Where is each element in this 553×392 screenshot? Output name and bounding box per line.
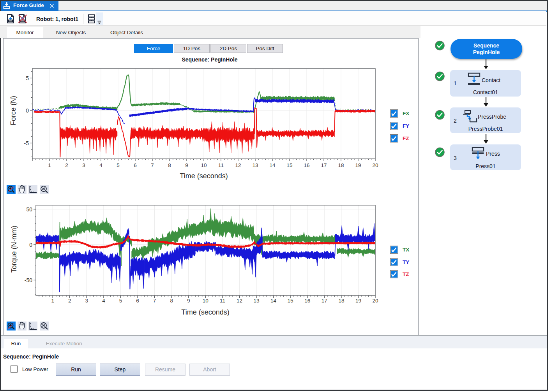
- svg-text:2: 2: [65, 162, 68, 168]
- svg-text:18: 18: [338, 162, 344, 168]
- svg-text:0: 0: [29, 242, 32, 248]
- svg-text:17: 17: [322, 298, 327, 304]
- svg-text:10: 10: [203, 298, 208, 304]
- svg-text:1: 1: [48, 162, 51, 168]
- svg-text:0: 0: [26, 107, 29, 114]
- svg-text:-50: -50: [25, 277, 32, 283]
- svg-text:8: 8: [168, 162, 171, 168]
- svg-text:3: 3: [82, 162, 85, 168]
- svg-text:-5: -5: [24, 140, 29, 146]
- svg-text:8: 8: [170, 298, 173, 304]
- svg-text:5: 5: [119, 298, 122, 304]
- svg-text:20: 20: [372, 298, 378, 304]
- svg-text:Time (seconds): Time (seconds): [180, 172, 228, 180]
- svg-text:7: 7: [151, 162, 154, 168]
- svg-text:9: 9: [185, 162, 188, 168]
- svg-text:4: 4: [102, 298, 105, 304]
- svg-text:13: 13: [252, 162, 258, 168]
- svg-text:2: 2: [68, 298, 71, 304]
- svg-text:13: 13: [253, 298, 259, 304]
- svg-text:14: 14: [270, 298, 277, 304]
- svg-text:19: 19: [355, 298, 361, 304]
- svg-text:19: 19: [355, 162, 361, 168]
- svg-text:12: 12: [237, 298, 242, 304]
- svg-text:6: 6: [136, 298, 139, 304]
- svg-text:16: 16: [304, 162, 309, 168]
- svg-text:7: 7: [153, 298, 156, 304]
- svg-text:Force (N): Force (N): [9, 96, 17, 125]
- svg-text:15: 15: [286, 162, 292, 168]
- svg-text:4: 4: [99, 162, 102, 168]
- svg-text:3: 3: [85, 298, 88, 304]
- svg-text:20: 20: [372, 162, 378, 168]
- svg-text:12: 12: [235, 162, 241, 168]
- svg-text:5: 5: [26, 75, 29, 81]
- svg-text:18: 18: [338, 298, 344, 304]
- svg-text:15: 15: [288, 298, 293, 304]
- svg-text:11: 11: [220, 298, 225, 304]
- svg-text:10: 10: [201, 162, 207, 168]
- svg-text:5: 5: [117, 162, 120, 168]
- svg-text:16: 16: [304, 298, 310, 304]
- svg-text:Torque (N·mm): Torque (N·mm): [10, 225, 18, 272]
- svg-text:1: 1: [51, 298, 54, 304]
- svg-text:6: 6: [134, 162, 137, 168]
- svg-text:9: 9: [187, 298, 190, 304]
- svg-text:17: 17: [321, 162, 327, 168]
- svg-text:50: 50: [26, 206, 32, 213]
- svg-text:Time (seconds): Time (seconds): [181, 308, 229, 316]
- svg-text:11: 11: [218, 162, 224, 168]
- svg-text:14: 14: [269, 162, 276, 168]
